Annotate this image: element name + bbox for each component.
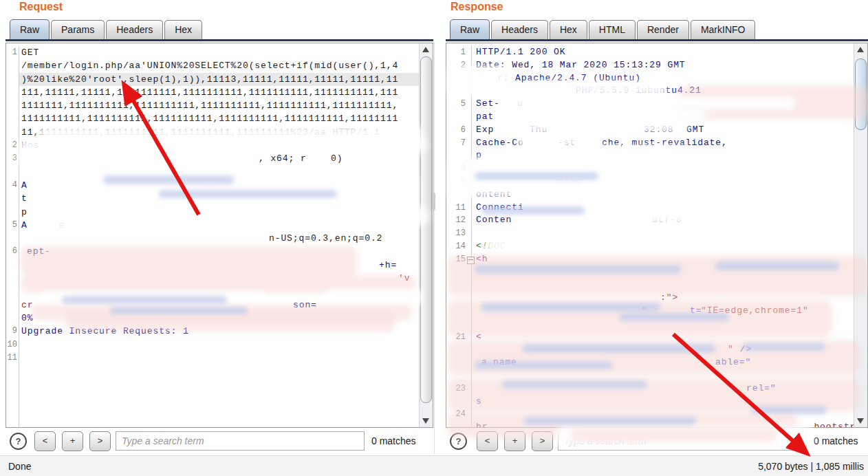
code-fragment: utf-8 xyxy=(652,214,682,227)
code-row xyxy=(446,369,854,382)
search-add-button[interactable]: + xyxy=(62,431,83,451)
line-number: 14 xyxy=(446,240,466,253)
response-tab-html[interactable]: HTML xyxy=(589,20,636,39)
code-row: 11,1111111111,1111111111,1111111111,1111… xyxy=(6,126,419,139)
line-number: 2 xyxy=(6,139,17,152)
code-fragment: Upgrade Insecure Requests: 1 xyxy=(21,325,189,338)
response-tab-render[interactable]: Render xyxy=(637,20,689,39)
code-fragment: name xyxy=(493,356,517,369)
code-row: 111,11111,11111,1111111111,1111111111,11… xyxy=(6,86,419,99)
code-row: 10 xyxy=(6,338,419,351)
code-fragment: che, must-revalidate, xyxy=(602,137,728,150)
code-fragment: Conten xyxy=(476,214,512,227)
code-row: 3, x64; r0) xyxy=(6,152,419,165)
code-row: 6ept- xyxy=(6,245,419,258)
code-row: 24 xyxy=(446,408,854,421)
code-fragment: Connecti xyxy=(476,202,524,215)
code-fragment: n-US;q=0.3,en;q=0.2 xyxy=(269,232,382,245)
help-icon[interactable]: ? xyxy=(10,433,27,450)
code-fragment: cr xyxy=(21,299,33,312)
code-fragment: , bootstra xyxy=(802,421,854,427)
code-fragment: GET xyxy=(21,46,39,59)
response-scrollbar[interactable] xyxy=(854,43,867,427)
response-scrollbar-thumb[interactable] xyxy=(855,58,867,130)
request-scrollbar-thumb[interactable] xyxy=(420,56,432,403)
code-row: 9Upgrade Insecure Requests: 1 xyxy=(6,325,419,338)
line-number: 9 xyxy=(446,175,466,188)
status-bytes-millis: 5,070 bytes | 1,085 millis xyxy=(758,461,864,472)
line-number: 2 xyxy=(446,59,466,72)
code-fragment: e xyxy=(59,219,65,232)
response-tab-raw[interactable]: Raw xyxy=(450,19,490,39)
code-row: "t="IE=edge,chrome=1" xyxy=(446,305,854,318)
search-next-button[interactable]: > xyxy=(89,431,111,451)
code-row: " /> xyxy=(446,343,854,356)
code-row: n-US;q=0.3,en;q=0.2 xyxy=(6,232,419,245)
request-title: Request xyxy=(19,1,63,13)
code-row: 1HTTP/1.1 200 OK xyxy=(446,46,854,59)
code-row: 0% xyxy=(6,312,419,325)
response-search-bar: ? < + > 0 matches xyxy=(446,429,868,454)
line-number: 1 xyxy=(6,46,17,59)
code-fragment: r: Apache/2.4.7 (Ubuntu) xyxy=(497,72,641,85)
line-number: 3 xyxy=(6,152,17,165)
code-row: p xyxy=(446,149,854,162)
response-tab-headers[interactable]: Headers xyxy=(491,20,548,39)
code-fragment: HTTP/1.1 200 OK xyxy=(476,46,566,59)
help-icon[interactable]: ? xyxy=(450,433,467,450)
search-add-button[interactable]: + xyxy=(504,431,525,451)
code-row: 1111111111,1111111111,1111111111,1111111… xyxy=(6,112,419,125)
code-row: 1111111,1111111111,1111111111,1111111111… xyxy=(6,99,419,112)
code-fragment: 1111111,1111111111,1111111111,1111111111… xyxy=(21,99,398,112)
request-scrollbar[interactable] xyxy=(419,43,433,427)
request-tab-params[interactable]: Params xyxy=(51,20,105,39)
panel-splitter-handle[interactable] xyxy=(432,193,435,210)
code-fragment: "IE=edge,chrome=1" xyxy=(701,305,809,318)
response-tab-markinfo[interactable]: MarkINFO xyxy=(691,20,756,39)
code-row: 11Connecti xyxy=(446,202,854,215)
fold-toggle-icon[interactable] xyxy=(467,257,475,264)
code-row: 'v xyxy=(6,272,419,285)
line-number: 1 xyxy=(446,46,466,59)
line-number: 5 xyxy=(6,219,17,232)
search-prev-button[interactable]: < xyxy=(34,431,56,451)
search-prev-button[interactable]: < xyxy=(477,431,498,451)
code-fragment: t= xyxy=(690,305,702,318)
line-number: 21 xyxy=(446,331,466,344)
line-number: 12 xyxy=(446,214,466,227)
code-fragment: " xyxy=(642,305,648,318)
code-row: /member/login.php/aa'UNION%20SELECT%20(s… xyxy=(6,59,419,72)
scroll-down-icon[interactable] xyxy=(854,415,867,426)
code-fragment: p xyxy=(476,149,482,162)
scroll-up-icon[interactable] xyxy=(854,44,867,55)
request-tab-row: RawParamsHeadersHex xyxy=(10,19,204,39)
request-search-input[interactable] xyxy=(116,431,365,451)
code-fragment: 0% xyxy=(21,312,33,325)
response-tab-hex[interactable]: Hex xyxy=(550,20,587,39)
code-row: 6ExpThu32:08GMT xyxy=(446,124,854,137)
response-viewer[interactable]: 1HTTP/1.1 200 OK2Date: Wed, 18 Mar 2020 … xyxy=(446,43,868,428)
response-tab-row: RawHeadersHexHTMLRenderMarkINFO xyxy=(450,19,757,39)
code-fragment: Exp xyxy=(476,124,494,137)
response-title: Response xyxy=(451,1,503,13)
code-fragment: :"> xyxy=(660,292,678,305)
code-row: 2Hos xyxy=(6,139,419,152)
code-row: 5Set-u xyxy=(446,98,854,111)
code-fragment: rel=" xyxy=(746,382,777,396)
code-fragment: A xyxy=(21,219,28,232)
response-code-area[interactable]: 1HTTP/1.1 200 OK2Date: Wed, 18 Mar 2020 … xyxy=(446,46,854,427)
request-editor[interactable]: 1GET/member/login.php/aa'UNION%20SELECT%… xyxy=(6,43,433,428)
scroll-down-icon[interactable] xyxy=(420,415,433,426)
search-next-button[interactable]: > xyxy=(532,431,553,451)
request-code-area[interactable]: 1GET/member/login.php/aa'UNION%20SELECT%… xyxy=(6,46,419,427)
request-tab-hex[interactable]: Hex xyxy=(164,20,202,39)
response-search-input[interactable] xyxy=(558,431,807,451)
request-tab-headers[interactable]: Headers xyxy=(106,20,163,39)
request-tab-raw[interactable]: Raw xyxy=(10,19,50,39)
scroll-up-icon[interactable] xyxy=(420,44,433,55)
code-row: PHP/5.5.9-1ubuntu4.21 xyxy=(446,85,854,98)
status-done: Done xyxy=(8,461,31,472)
code-row: r: Apache/2.4.7 (Ubuntu) xyxy=(446,72,854,85)
code-fragment: pat xyxy=(476,111,494,124)
panel-splitter[interactable] xyxy=(434,43,435,454)
